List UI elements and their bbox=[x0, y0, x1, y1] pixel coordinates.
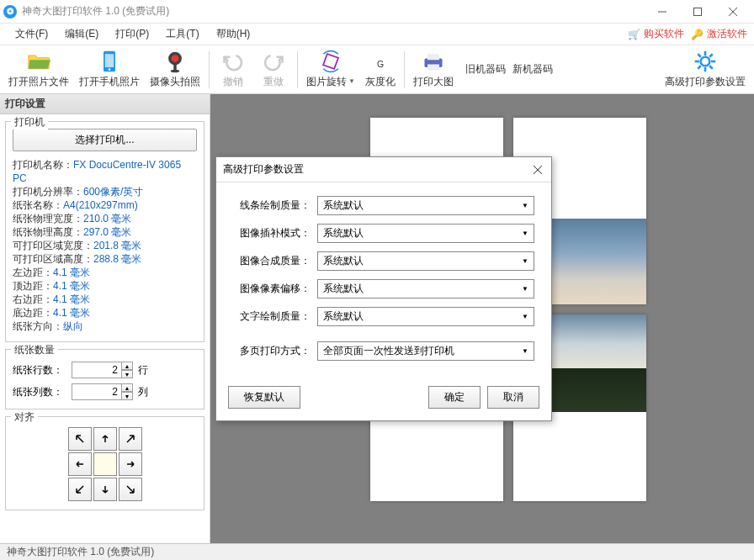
cols-spinner[interactable]: ▲▼ bbox=[121, 383, 133, 400]
sidebar: 打印设置 打印机 选择打印机... 打印机名称：FX DocuCentre-IV… bbox=[0, 94, 210, 543]
align-top-left[interactable] bbox=[68, 427, 92, 451]
svg-text:G: G bbox=[377, 59, 384, 69]
align-top-right[interactable] bbox=[119, 427, 142, 451]
grayscale-button[interactable]: G 灰度化 bbox=[360, 47, 401, 92]
rows-input[interactable]: 2 bbox=[72, 362, 122, 378]
menu-tools[interactable]: 工具(T) bbox=[157, 24, 207, 45]
redo-icon bbox=[262, 50, 285, 73]
buy-link[interactable]: 🛒 购买软件 bbox=[628, 27, 684, 41]
align-right[interactable] bbox=[119, 452, 142, 476]
svg-rect-5 bbox=[105, 54, 114, 67]
rotate-label: 图片旋转 bbox=[306, 75, 347, 89]
old-machine-code[interactable]: 旧机器码 bbox=[465, 62, 506, 77]
advanced-settings-label: 高级打印参数设置 bbox=[665, 75, 746, 89]
align-bottom[interactable] bbox=[93, 478, 117, 501]
chevron-down-icon: ▼ bbox=[348, 77, 355, 85]
cancel-button[interactable]: 取消 bbox=[487, 386, 539, 409]
printer-legend: 打印机 bbox=[11, 115, 48, 129]
activate-link[interactable]: 🔑 激活软件 bbox=[691, 27, 747, 41]
menu-help[interactable]: 帮助(H) bbox=[208, 24, 259, 45]
open-phone-button[interactable]: 打开手机照片 bbox=[74, 47, 145, 92]
chevron-down-icon: ▼ bbox=[522, 313, 528, 320]
print-big-label: 打印大图 bbox=[413, 75, 454, 89]
rotate-button[interactable]: 图片旋转▼ bbox=[301, 47, 360, 92]
dialog-title: 高级打印参数设置 bbox=[223, 162, 531, 177]
align-group: 对齐 bbox=[5, 416, 204, 510]
maximize-button[interactable] bbox=[680, 0, 715, 24]
dialog-select[interactable]: 系统默认▼ bbox=[317, 307, 534, 326]
phone-icon bbox=[98, 50, 121, 73]
undo-icon bbox=[221, 50, 245, 73]
printer-info-value: 4.1 毫米 bbox=[53, 267, 90, 278]
printer-info-label: 打印机名称： bbox=[13, 159, 73, 171]
dialog-select[interactable]: 系统默认▼ bbox=[317, 196, 534, 215]
align-left[interactable] bbox=[68, 452, 92, 476]
svg-line-21 bbox=[698, 54, 701, 57]
close-button[interactable] bbox=[715, 0, 751, 24]
printer-info-value: 210.0 毫米 bbox=[83, 213, 131, 225]
dialog-close-button[interactable] bbox=[531, 163, 544, 177]
chevron-down-icon: ▼ bbox=[522, 257, 528, 265]
dialog-select[interactable]: 系统默认▼ bbox=[317, 224, 534, 243]
chevron-down-icon: ▼ bbox=[522, 285, 528, 293]
sidebar-title: 打印设置 bbox=[0, 94, 210, 114]
toolbar: 打开照片文件 打开手机照片 摄像头拍照 撤销 重做 图片旋转▼ G 灰度化 打印… bbox=[0, 45, 754, 94]
printer-info-value: 288.8 毫米 bbox=[93, 253, 141, 265]
dialog-select[interactable]: 系统默认▼ bbox=[317, 279, 534, 298]
printer-info-label: 左边距： bbox=[13, 267, 53, 278]
cols-input[interactable]: 2 bbox=[72, 383, 122, 400]
printer-info-label: 纸张方向： bbox=[13, 320, 63, 332]
dialog-select-value: 系统默认 bbox=[323, 198, 364, 213]
status-text: 神奇大图打印软件 1.0 (免费试用) bbox=[7, 545, 154, 559]
minimize-button[interactable] bbox=[645, 0, 680, 24]
gear-icon bbox=[693, 50, 717, 73]
print-big-button[interactable]: 打印大图 bbox=[408, 47, 459, 92]
menu-edit[interactable]: 编辑(E) bbox=[56, 24, 107, 45]
align-top[interactable] bbox=[93, 427, 117, 451]
printer-info-label: 打印机分辨率： bbox=[13, 186, 83, 198]
open-file-button[interactable]: 打开照片文件 bbox=[3, 47, 74, 92]
printer-info-value: 201.8 毫米 bbox=[93, 240, 141, 251]
select-printer-button[interactable]: 选择打印机... bbox=[13, 129, 197, 151]
rows-spinner[interactable]: ▲▼ bbox=[121, 362, 133, 378]
dialog-select[interactable]: 全部页面一次性发送到打印机▼ bbox=[317, 341, 534, 361]
grayscale-label: 灰度化 bbox=[365, 75, 396, 89]
redo-label: 重做 bbox=[263, 75, 284, 89]
dialog-row-label: 多页打印方式： bbox=[233, 344, 317, 358]
menu-file[interactable]: 文件(F) bbox=[7, 24, 56, 45]
dialog-select-value: 全部页面一次性发送到打印机 bbox=[323, 344, 454, 358]
menu-print[interactable]: 打印(P) bbox=[107, 24, 157, 45]
svg-point-16 bbox=[701, 57, 710, 66]
dialog-row-label: 线条绘制质量： bbox=[233, 198, 317, 213]
undo-button[interactable]: 撤销 bbox=[213, 47, 253, 92]
printer-info-value: 4.1 毫米 bbox=[53, 280, 90, 292]
new-machine-code[interactable]: 新机器码 bbox=[512, 62, 553, 77]
svg-rect-9 bbox=[173, 65, 177, 71]
printer-group: 打印机 选择打印机... 打印机名称：FX DocuCentre-IV 3065… bbox=[5, 121, 204, 342]
svg-point-10 bbox=[171, 70, 180, 73]
rows-unit: 行 bbox=[138, 363, 148, 378]
statusbar: 神奇大图打印软件 1.0 (免费试用) bbox=[0, 543, 754, 560]
align-bottom-left[interactable] bbox=[68, 478, 92, 501]
printer-info-value: 297.0 毫米 bbox=[83, 226, 131, 238]
machine-codes: 旧机器码 新机器码 bbox=[459, 62, 560, 77]
align-center[interactable] bbox=[93, 452, 117, 476]
advanced-print-dialog: 高级打印参数设置 线条绘制质量：系统默认▼图像插补模式：系统默认▼图像合成质量：… bbox=[215, 156, 552, 421]
svg-rect-15 bbox=[427, 65, 439, 71]
advanced-settings-button[interactable]: 高级打印参数设置 bbox=[660, 47, 751, 92]
ok-button[interactable]: 确定 bbox=[428, 386, 481, 409]
camera-button[interactable]: 摄像头拍照 bbox=[145, 47, 205, 92]
printer-info-value: 4.1 毫米 bbox=[53, 293, 90, 305]
restore-default-button[interactable]: 恢复默认 bbox=[228, 386, 300, 409]
printer-info-value: 纵向 bbox=[63, 320, 83, 332]
redo-button[interactable]: 重做 bbox=[253, 47, 294, 92]
key-icon: 🔑 bbox=[691, 29, 704, 40]
rows-label: 纸张行数： bbox=[13, 363, 72, 378]
printer-info-label: 纸张物理宽度： bbox=[13, 213, 83, 225]
cols-unit: 列 bbox=[138, 385, 148, 399]
sheets-legend: 纸张数量 bbox=[11, 343, 58, 357]
dialog-select[interactable]: 系统默认▼ bbox=[317, 251, 534, 271]
dialog-row-label: 文字绘制质量： bbox=[233, 309, 317, 324]
svg-line-24 bbox=[698, 66, 701, 69]
align-bottom-right[interactable] bbox=[119, 478, 142, 501]
